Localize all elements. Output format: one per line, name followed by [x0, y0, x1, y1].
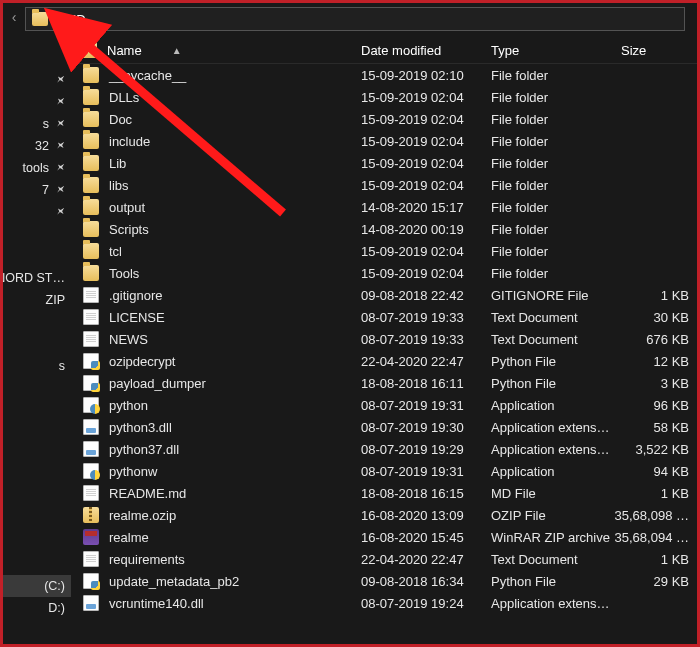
cell-name[interactable]: Scripts	[73, 218, 353, 240]
cell-name[interactable]: README.md	[73, 482, 353, 504]
cell-name[interactable]: .gitignore	[73, 284, 353, 306]
cell-type: File folder	[483, 152, 613, 174]
nav-item[interactable]: D:)	[3, 597, 71, 619]
table-row[interactable]: __pycache__15-09-2019 02:10File folder	[73, 64, 697, 86]
address-bar[interactable]	[25, 7, 685, 31]
column-headers[interactable]: Name ▲ Date modified Type Size	[73, 37, 697, 64]
table-row[interactable]: requirements22-04-2020 22:47Text Documen…	[73, 548, 697, 570]
table-row[interactable]: python08-07-2019 19:31Application96 KB	[73, 394, 697, 416]
cell-size	[613, 262, 697, 284]
zip-icon	[83, 507, 99, 523]
table-row[interactable]: python3.dll08-07-2019 19:30Application e…	[73, 416, 697, 438]
cell-name[interactable]: DLLs	[73, 86, 353, 108]
cell-size: 1 KB	[613, 482, 697, 504]
nav-item[interactable]	[3, 69, 71, 91]
nav-item-label: 7	[42, 179, 49, 201]
folder-icon	[83, 89, 99, 105]
nav-item[interactable]: (C:)	[3, 575, 71, 597]
nav-item-label: s	[59, 355, 65, 377]
cell-name[interactable]: __pycache__	[73, 64, 353, 86]
cell-type: WinRAR ZIP archive	[483, 526, 613, 548]
table-row[interactable]: DLLs15-09-2019 02:04File folder	[73, 86, 697, 108]
table-row[interactable]: libs15-09-2019 02:04File folder	[73, 174, 697, 196]
cell-name[interactable]: payload_dumper	[73, 372, 353, 394]
file-name-label: Scripts	[109, 222, 149, 237]
table-row[interactable]: LICENSE08-07-2019 19:33Text Document30 K…	[73, 306, 697, 328]
file-name-label: .gitignore	[109, 288, 162, 303]
cell-size: 58 KB	[613, 416, 697, 438]
nav-item[interactable]	[3, 91, 71, 113]
address-input[interactable]	[54, 11, 684, 28]
table-row[interactable]: tcl15-09-2019 02:04File folder	[73, 240, 697, 262]
cell-date: 16-08-2020 13:09	[353, 504, 483, 526]
cell-name[interactable]: NEWS	[73, 328, 353, 350]
cell-name[interactable]: pythonw	[73, 460, 353, 482]
cell-name[interactable]: LICENSE	[73, 306, 353, 328]
nav-item	[3, 311, 71, 333]
table-row[interactable]: python37.dll08-07-2019 19:29Application …	[73, 438, 697, 460]
file-name-label: realme.ozip	[109, 508, 176, 523]
nav-item[interactable]: NORD ST…	[3, 267, 71, 289]
cell-name[interactable]: realme.ozip	[73, 504, 353, 526]
nav-item[interactable]: s	[3, 355, 71, 377]
cell-name[interactable]: tcl	[73, 240, 353, 262]
table-row[interactable]: output14-08-2020 15:17File folder	[73, 196, 697, 218]
cell-type: OZIP File	[483, 504, 613, 526]
table-row[interactable]: Doc15-09-2019 02:04File folder	[73, 108, 697, 130]
table-row[interactable]: realme.ozip16-08-2020 13:09OZIP File35,6…	[73, 504, 697, 526]
table-row[interactable]: realme16-08-2020 15:45WinRAR ZIP archive…	[73, 526, 697, 548]
nav-item[interactable]: 7	[3, 179, 71, 201]
cell-size	[613, 108, 697, 130]
table-row[interactable]: update_metadata_pb209-08-2018 16:34Pytho…	[73, 570, 697, 592]
nav-item[interactable]: tools	[3, 157, 71, 179]
table-row[interactable]: pythonw08-07-2019 19:31Application94 KB	[73, 460, 697, 482]
table-row[interactable]: README.md18-08-2018 16:15MD File1 KB	[73, 482, 697, 504]
column-header-name[interactable]: Name ▲	[73, 37, 353, 63]
back-button[interactable]: ‹	[7, 9, 21, 29]
cell-name[interactable]: libs	[73, 174, 353, 196]
column-header-size[interactable]: Size	[613, 37, 697, 63]
table-row[interactable]: ozipdecrypt22-04-2020 22:47Python File12…	[73, 350, 697, 372]
cell-name[interactable]: output	[73, 196, 353, 218]
cell-name[interactable]: Lib	[73, 152, 353, 174]
table-row[interactable]: payload_dumper18-08-2018 16:11Python Fil…	[73, 372, 697, 394]
table-row[interactable]: Lib15-09-2019 02:04File folder	[73, 152, 697, 174]
nav-item[interactable]: ZIP	[3, 289, 71, 311]
file-name-label: NEWS	[109, 332, 148, 347]
file-name-label: ozipdecrypt	[109, 354, 175, 369]
cell-name[interactable]: realme	[73, 526, 353, 548]
navigation-pane[interactable]: s32tools7NORD ST…ZIPs(C:)D:)	[3, 47, 71, 643]
file-icon	[83, 485, 99, 501]
table-row[interactable]: NEWS08-07-2019 19:33Text Document676 KB	[73, 328, 697, 350]
cell-name[interactable]: requirements	[73, 548, 353, 570]
folder-icon	[83, 111, 99, 127]
cell-type: File folder	[483, 218, 613, 240]
cell-name[interactable]: python37.dll	[73, 438, 353, 460]
table-row[interactable]: Scripts14-08-2020 00:19File folder	[73, 218, 697, 240]
nav-item	[3, 245, 71, 267]
column-header-type[interactable]: Type	[483, 37, 613, 63]
table-row[interactable]: vcruntime140.dll08-07-2019 19:24Applicat…	[73, 592, 697, 614]
file-icon	[83, 331, 99, 347]
cell-name[interactable]: python	[73, 394, 353, 416]
cell-size: 12 KB	[613, 350, 697, 372]
table-row[interactable]: .gitignore09-08-2018 22:42GITIGNORE File…	[73, 284, 697, 306]
nav-item	[3, 399, 71, 421]
cell-name[interactable]: vcruntime140.dll	[73, 592, 353, 614]
cell-name[interactable]: Tools	[73, 262, 353, 284]
file-rows: __pycache__15-09-2019 02:10File folderDL…	[73, 64, 697, 614]
cell-name[interactable]: ozipdecrypt	[73, 350, 353, 372]
table-row[interactable]: Tools15-09-2019 02:04File folder	[73, 262, 697, 284]
nav-item[interactable]	[3, 201, 71, 223]
cell-name[interactable]: update_metadata_pb2	[73, 570, 353, 592]
file-name-label: Doc	[109, 112, 132, 127]
cell-name[interactable]: python3.dll	[73, 416, 353, 438]
table-row[interactable]: include15-09-2019 02:04File folder	[73, 130, 697, 152]
nav-item[interactable]: s	[3, 113, 71, 135]
cell-size	[613, 64, 697, 86]
cell-name[interactable]: Doc	[73, 108, 353, 130]
nav-item	[3, 531, 71, 553]
cell-name[interactable]: include	[73, 130, 353, 152]
column-header-date[interactable]: Date modified	[353, 37, 483, 63]
nav-item[interactable]: 32	[3, 135, 71, 157]
